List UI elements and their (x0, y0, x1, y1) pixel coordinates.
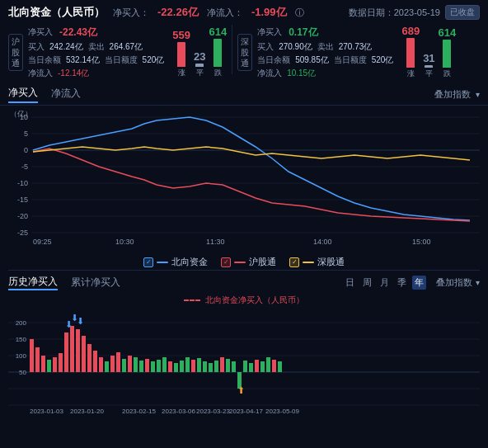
sz-up-label: 涨 (407, 68, 415, 79)
sh-netflow-label: 净流入 (28, 68, 53, 79)
bar-24 (162, 357, 167, 372)
sh-sell-label: 卖出 (88, 41, 105, 53)
sh-down-count: 614 (209, 26, 227, 38)
sz-flat-label: 平 (425, 68, 433, 79)
sz-quota2-label: 当日额度 (334, 54, 367, 66)
bar-14 (105, 361, 109, 372)
sh-down-col: 614 跌 (209, 26, 227, 78)
sz-down-count: 614 (439, 26, 457, 39)
sz-quota-label: 当日余额 (257, 54, 290, 66)
date-label: 数据日期：2023-05-19 (349, 7, 440, 19)
svg-text:2023-03-23: 2023-03-23 (196, 408, 230, 415)
period-quarter[interactable]: 季 (395, 276, 409, 290)
bar-17 (122, 359, 126, 372)
svg-text:09:25: 09:25 (33, 238, 52, 246)
period-month[interactable]: 月 (378, 276, 392, 290)
bar-38 (243, 361, 247, 372)
bar-25 (168, 361, 172, 372)
bar-9 (76, 329, 80, 372)
svg-text:2023-02-15: 2023-02-15 (122, 408, 156, 415)
net-flow-value: -1.99亿 (251, 5, 287, 20)
chevron-down-icon[interactable]: ▾ (476, 90, 480, 99)
tab-net-buy[interactable]: 净买入 (8, 86, 38, 103)
bar-16 (116, 352, 120, 372)
sh-quota-label: 当日余额 (28, 54, 61, 66)
sh-sell-value: 264.67亿 (110, 41, 143, 53)
sh-data: 净买入 -22.43亿 买入 242.24亿 卖出 264.67亿 当日余额 5… (28, 26, 164, 79)
svg-text:-25: -25 (17, 229, 28, 237)
sz-up-col: 689 涨 (401, 25, 420, 79)
status-badge: 已收盘 (445, 5, 480, 20)
sz-buy-label: 买入 (257, 41, 274, 53)
sz-tag: 深 股 通 (237, 34, 252, 71)
legend-sh: ✓ 沪股通 (221, 256, 276, 268)
tab-history-net-buy[interactable]: 历史净买入 (8, 275, 58, 290)
legend-check-icon[interactable]: ✓ (143, 257, 153, 267)
legend-label-sz: 深股通 (317, 256, 345, 268)
page-title: 北向资金（人民币） (8, 5, 105, 20)
sz-sell-label: 卖出 (317, 41, 334, 53)
bottom-chevron-icon[interactable]: ▾ (476, 278, 480, 287)
legend-check-sz-icon[interactable]: ✓ (289, 257, 299, 267)
svg-text:2023-03-06: 2023-03-06 (162, 408, 195, 415)
bar-3 (41, 356, 45, 372)
legend-check-sh-icon[interactable]: ✓ (221, 257, 231, 267)
bar-28 (185, 357, 190, 372)
sh-down-bar (214, 39, 222, 67)
bar-12 (93, 351, 97, 372)
bar-39 (249, 363, 253, 372)
sh-buy-value: 242.24亿 (49, 41, 83, 53)
tab-cumulative-net-buy[interactable]: 累计净买入 (71, 276, 120, 290)
tab-net-flow[interactable]: 净流入 (51, 87, 81, 102)
period-year[interactable]: 年 (412, 276, 426, 290)
sz-down-label: 跌 (443, 68, 451, 79)
legend-label-sh: 沪股通 (249, 256, 276, 268)
bar-29 (191, 360, 195, 372)
net-buy-value: -22.26亿 (157, 5, 199, 20)
sz-netflow-value: 10.15亿 (287, 68, 316, 79)
sh-quota2-value: 520亿 (143, 54, 165, 66)
sh-down-label: 跌 (214, 68, 222, 78)
header-meta: 数据日期：2023-05-19 已收盘 (349, 5, 480, 20)
bar-11 (87, 344, 92, 372)
bottom-overlay-btn[interactable]: 叠加指数 (436, 276, 472, 289)
bar-23 (157, 360, 161, 372)
overlay-index-btn[interactable]: 叠加指数 (434, 88, 471, 101)
net-buy-label: 净买入： (113, 7, 149, 19)
sz-up-bar (406, 38, 415, 68)
bar-1 (30, 339, 34, 372)
svg-text:-10: -10 (17, 179, 28, 187)
sh-flat-col: 23 平 (194, 50, 205, 78)
svg-text:150: 150 (16, 336, 27, 343)
sh-up-bar (177, 42, 185, 67)
bar-44 (278, 361, 282, 372)
svg-text:50: 50 (19, 369, 26, 376)
svg-text:-20: -20 (17, 212, 28, 220)
period-day[interactable]: 日 (343, 276, 357, 290)
legend-dot-blue (157, 262, 168, 263)
bar-36 (232, 361, 236, 372)
sh-flat-label: 平 (196, 68, 204, 78)
vertical-divider (232, 25, 232, 74)
bar-15 (110, 356, 115, 372)
bar-33 (214, 361, 218, 372)
sh-flat-bar (195, 64, 204, 67)
svg-text:200: 200 (16, 319, 27, 327)
sz-netflow-label: 净流入 (257, 68, 282, 79)
period-week[interactable]: 周 (360, 276, 374, 290)
bar-5 (53, 357, 57, 372)
bottom-tabs-row: 历史净买入 累计净买入 日 周 月 季 年 叠加指数 ▾ (0, 271, 488, 293)
legend-label-beixiang: 北向资金 (171, 256, 208, 268)
bar-35 (226, 359, 230, 372)
bar-32 (209, 363, 213, 372)
bar-2 (35, 347, 40, 372)
bar-10 (82, 336, 86, 372)
stock-info-row: 沪 股 通 净买入 -22.43亿 买入 242.24亿 卖出 264.67亿 … (0, 23, 488, 83)
sz-data: 净买入 0.17亿 买入 270.90亿 卖出 270.73亿 当日余额 509… (257, 26, 393, 79)
svg-text:15:00: 15:00 (412, 238, 431, 246)
tab-right-controls: 叠加指数 ▾ (434, 88, 480, 101)
blue-line (33, 117, 470, 220)
net-flow-label: 净流入： (207, 7, 243, 19)
sz-net-label: 净买入 (257, 26, 282, 38)
bar-31 (203, 361, 207, 372)
